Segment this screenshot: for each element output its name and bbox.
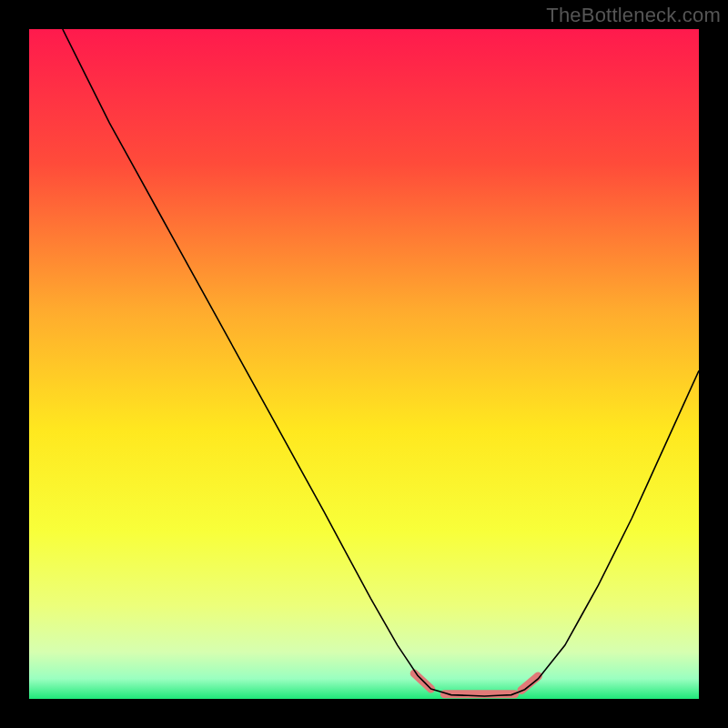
plot-area [29, 29, 699, 699]
chart-container: TheBottleneck.com [0, 0, 728, 728]
bottleneck-chart [29, 29, 699, 699]
chart-background [29, 29, 699, 699]
attribution-text: TheBottleneck.com [546, 4, 721, 27]
